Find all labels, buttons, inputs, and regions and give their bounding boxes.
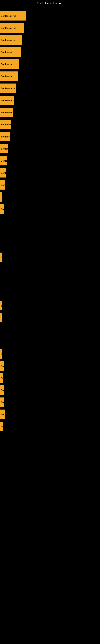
bar-item-21: B bbox=[0, 349, 2, 359]
bar-item-24: Bott bbox=[0, 386, 4, 395]
bar-item-8: Bottleneck re bbox=[0, 96, 14, 105]
bar-item-4: Bottleneck r bbox=[0, 47, 21, 57]
bar-item-7: Bottleneck re bbox=[0, 84, 16, 93]
bar-item-23: Bo bbox=[0, 373, 3, 383]
bar-item-22: Bott bbox=[0, 361, 4, 371]
bar-item-10: Bottleneck r bbox=[0, 120, 11, 129]
bar-item-17: Bott bbox=[0, 204, 4, 214]
bar-item-12: Bottleneck bbox=[0, 144, 8, 153]
bar-item-14: Bottleneck bbox=[0, 168, 6, 178]
bar-item-11: Bottleneck r bbox=[0, 132, 10, 141]
bar-item-6: Bottleneck r bbox=[0, 72, 18, 81]
bar-item-26: Bottle bbox=[0, 410, 5, 419]
bar-item-16 bbox=[0, 192, 2, 202]
bar-item-19: B bbox=[0, 301, 2, 310]
bar-item-13: Bottleneck bbox=[0, 156, 7, 166]
bar-item-5: Bottleneck r bbox=[0, 59, 19, 69]
bar-item-20 bbox=[0, 313, 1, 322]
bar-item-2: Bottleneck res bbox=[0, 23, 24, 32]
bar-item-27: Bo bbox=[0, 422, 3, 431]
bar-item-9: Bottleneck r bbox=[0, 108, 13, 117]
bar-item-15: Bottle bbox=[0, 180, 5, 190]
site-title: TheBottlenecker.com bbox=[37, 2, 63, 5]
bar-item-3: Bottleneck re bbox=[0, 35, 22, 45]
bar-item-25: Bott bbox=[0, 398, 4, 407]
bar-item-18: B bbox=[0, 252, 2, 262]
bar-item-1: Bottleneck res bbox=[0, 11, 26, 20]
